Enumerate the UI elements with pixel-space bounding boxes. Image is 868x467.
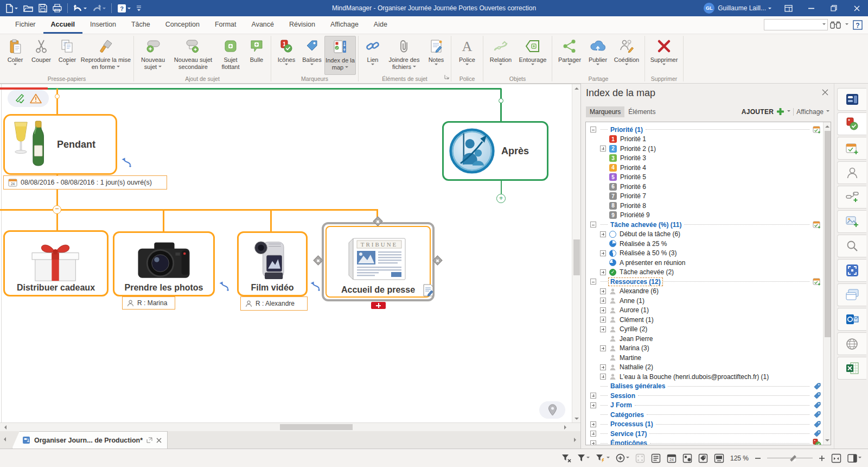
panel-collapse-arrow[interactable]: [574, 438, 578, 442]
pane-tab-excel[interactable]: [837, 357, 866, 380]
tree-section-label[interactable]: Émoticônes: [609, 439, 649, 445]
user-menu-chevron-icon[interactable]: [768, 8, 771, 11]
tree-item[interactable]: A présenter en réunion: [586, 258, 822, 268]
pane-tab-browser[interactable]: [837, 332, 866, 355]
tags-button[interactable]: Balises: [299, 36, 324, 75]
tree-section-label[interactable]: Ressources (12): [609, 278, 662, 286]
tag-icon[interactable]: [813, 430, 821, 438]
tree-scrollbar[interactable]: [823, 122, 831, 445]
tree-item[interactable]: Alexandre (6): [586, 287, 822, 296]
tree-item[interactable]: 2Priorité 2 (1): [586, 144, 822, 154]
expand-expander-icon[interactable]: [600, 364, 606, 370]
expand-expander-icon[interactable]: [590, 421, 596, 427]
tree-section-balises-generales[interactable]: Balises générales: [586, 382, 822, 392]
tree-item-label[interactable]: Anne (1): [620, 297, 644, 305]
tree-section-tache-achevee[interactable]: Tâche achevée (%) (11): [586, 220, 822, 230]
pane-tab-map-parts[interactable]: [837, 88, 866, 111]
topic-film-video[interactable]: Film vidéo: [237, 231, 308, 296]
tree-item-label[interactable]: Prioriété 9: [620, 211, 650, 219]
tree-item-label[interactable]: Réalisée à 50 % (3): [620, 249, 676, 257]
tree-item[interactable]: 6Priorité 6: [586, 182, 822, 192]
expand-expander-icon[interactable]: [600, 326, 606, 332]
tree-item-label[interactable]: A présenter en réunion: [620, 259, 685, 267]
tag-icon[interactable]: [813, 420, 821, 428]
calendar-plus-icon[interactable]: [813, 277, 821, 286]
tab-insertion[interactable]: Insertion: [82, 16, 124, 34]
tag-icon[interactable]: [813, 411, 821, 419]
panels-layout-button[interactable]: [847, 454, 861, 463]
tag-icon[interactable]: [813, 382, 821, 390]
pane-tab-search[interactable]: [837, 235, 866, 257]
tag-icon[interactable]: [813, 392, 821, 400]
tab-revision[interactable]: Révision: [282, 16, 323, 34]
minimize-button[interactable]: [800, 0, 822, 16]
add-chevron-icon[interactable]: [787, 110, 790, 113]
tree-item-label[interactable]: Tâche achevée (2): [620, 268, 674, 276]
tree-item[interactable]: 3Priorité 3: [586, 154, 822, 163]
calendar-plus-icon[interactable]: [813, 125, 821, 134]
pane-tab-windows[interactable]: [837, 283, 866, 306]
tree-item-label[interactable]: Priorité 6: [620, 183, 646, 191]
tree-item[interactable]: ✓Tâche achevée (2): [586, 268, 822, 277]
balance-map-button[interactable]: [635, 453, 645, 463]
float-window-icon[interactable]: [146, 437, 152, 443]
expand-expander-icon[interactable]: [590, 431, 596, 437]
section-calendar-plus-slot[interactable]: [810, 277, 821, 286]
tree-section-priorite[interactable]: Priorité (1): [586, 125, 822, 135]
redo-button[interactable]: [92, 4, 106, 12]
tree-item[interactable]: 4Priorité 4: [586, 163, 822, 173]
view-chevron-icon[interactable]: [826, 110, 829, 113]
collapse-expander-icon[interactable]: [590, 222, 596, 228]
resource-label-alexandre[interactable]: R : Alexandre: [240, 296, 308, 311]
add-marker-badge[interactable]: [371, 302, 386, 309]
scroll-left-arrow[interactable]: [2, 425, 7, 430]
section-tag-slot[interactable]: [810, 382, 821, 390]
tree-item-label[interactable]: Jean Pierre: [620, 335, 653, 343]
tree-item-label[interactable]: Réalisée à 25 %: [620, 240, 667, 248]
notes-button[interactable]: Notes: [424, 36, 449, 75]
section-tag-slot[interactable]: [810, 411, 821, 419]
tree-item-label[interactable]: Début de la tâche (6): [620, 230, 680, 238]
topic-accueil-de-presse[interactable]: TRIBUNE Accueil de presse: [322, 222, 435, 301]
pane-tab-map-parts-add[interactable]: [837, 186, 866, 209]
chevron-down-icon[interactable]: [84, 8, 87, 11]
tree-item-label[interactable]: Priorité 4: [620, 164, 646, 172]
find-binoculars-button[interactable]: [830, 21, 841, 29]
add-button[interactable]: AJOUTER: [742, 108, 774, 116]
floating-topic-button[interactable]: Sujet flottant: [216, 36, 245, 75]
vertical-scrollbar[interactable]: [572, 84, 580, 422]
emoticon-marker-icon[interactable]: [813, 439, 821, 445]
tree-item[interactable]: L'eau à la Bouche (henri.dubois@proactif…: [586, 372, 822, 382]
pane-tab-library[interactable]: [837, 210, 866, 233]
tree-item[interactable]: Anne (1): [586, 296, 822, 306]
power-filter-button[interactable]: [596, 454, 610, 463]
tree-section-session[interactable]: Session: [586, 391, 822, 401]
search-input[interactable]: [764, 19, 828, 30]
topic-distribuer-cadeaux[interactable]: Distribuer cadeaux: [3, 230, 108, 296]
tree-section-label[interactable]: Processus (1): [609, 420, 655, 428]
tree-item-label[interactable]: Aurore (1): [620, 306, 649, 314]
scrollbar-thumb[interactable]: [573, 239, 580, 275]
tree-section-label[interactable]: Session: [609, 392, 637, 400]
map-canvas[interactable]: Pendant 24 08/08/2016 - 08/08/2016 : 1 j…: [0, 84, 580, 422]
tab-tache[interactable]: Tâche: [124, 16, 158, 34]
scroll-up-arrow[interactable]: [825, 123, 829, 128]
relationship-indicator-icon[interactable]: [120, 157, 132, 168]
outline-view-button[interactable]: [651, 453, 661, 463]
format-painter-button[interactable]: Reproduire la mise en forme: [80, 36, 131, 75]
delete-button[interactable]: Supprimer: [647, 36, 681, 75]
section-tag-slot[interactable]: [810, 401, 821, 409]
chevron-down-icon[interactable]: [103, 8, 106, 11]
avatar[interactable]: GL: [704, 3, 714, 14]
section-tag-slot[interactable]: [810, 392, 821, 400]
tab-affichage[interactable]: Affichage: [323, 16, 366, 34]
boundary-button[interactable]: Entourage: [516, 36, 550, 75]
tree-item[interactable]: 5Priorité 5: [586, 173, 822, 182]
topic-notes-icon[interactable]: [423, 284, 434, 296]
tree-section-label[interactable]: J Form: [609, 401, 634, 409]
dialog-launcher-icon[interactable]: [444, 72, 449, 81]
view-dropdown[interactable]: Affichage: [796, 108, 824, 116]
tab-accueil[interactable]: Accueil: [43, 16, 82, 34]
tree-item[interactable]: Réalisée à 50 % (3): [586, 249, 822, 258]
search-dropdown-chevron-icon[interactable]: [822, 23, 826, 27]
